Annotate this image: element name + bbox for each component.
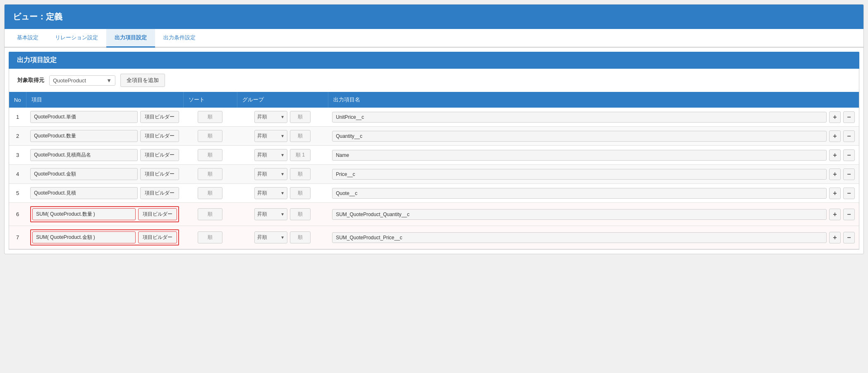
group-order-6[interactable]: 順 — [290, 208, 311, 220]
cell-sort-6: 順 — [183, 203, 237, 226]
output-name-box-5[interactable]: Quote__c — [332, 188, 827, 199]
output-name-box-1[interactable]: UnitPrice__c — [332, 112, 827, 123]
group-order-7[interactable]: 順 — [290, 231, 311, 243]
builder-button-7[interactable]: 項目ビルダー — [138, 231, 177, 243]
group-select-7[interactable]: 昇順▼ — [254, 231, 287, 243]
output-div-3: Name+− — [332, 149, 855, 161]
cell-no-6: 6 — [9, 203, 26, 226]
output-div-1: UnitPrice__c+− — [332, 111, 855, 123]
builder-button-5[interactable]: 項目ビルダー — [140, 187, 179, 199]
group-order-2[interactable]: 順 — [290, 130, 311, 142]
output-name-box-2[interactable]: Quantity__c — [332, 131, 827, 142]
remove-row-button-5[interactable]: − — [843, 188, 855, 199]
field-box-2: QuoteProduct.数量 — [30, 130, 138, 142]
section-title: 出力項目設定 — [17, 56, 57, 63]
builder-button-4[interactable]: 項目ビルダー — [140, 168, 179, 180]
cell-no-5: 5 — [9, 184, 26, 203]
cell-item-inner-4: QuoteProduct.金額項目ビルダー — [30, 168, 179, 180]
page-wrapper: ビュー：定義 基本設定リレーション設定出力項目設定出力条件設定 出力項目設定 対… — [4, 4, 864, 254]
cell-output-2: Quantity__c+− — [328, 127, 859, 146]
cell-group-2: 昇順▼順 — [237, 127, 328, 146]
sort-box-4[interactable]: 順 — [198, 168, 222, 180]
tab-output-items[interactable]: 出力項目設定 — [106, 29, 155, 48]
cell-sort-4: 順 — [183, 165, 237, 184]
table-body: 1QuoteProduct.単価項目ビルダー順昇順▼順UnitPrice__c+… — [9, 108, 859, 249]
tab-basic[interactable]: 基本設定 — [9, 29, 47, 48]
tab-output-conditions[interactable]: 出力条件設定 — [155, 29, 204, 48]
group-order-1[interactable]: 順 — [290, 111, 311, 123]
group-value-3: 昇順 — [257, 152, 267, 159]
chevron-down-icon: ▼ — [280, 235, 285, 240]
add-row-button-1[interactable]: + — [829, 111, 841, 123]
add-row-button-4[interactable]: + — [829, 168, 841, 180]
output-name-box-7[interactable]: SUM_QuoteProduct_Price__c — [332, 232, 827, 243]
output-div-7: SUM_QuoteProduct_Price__c+− — [332, 232, 855, 243]
target-select[interactable]: QuoteProduct ▼ — [49, 75, 115, 86]
add-row-button-7[interactable]: + — [829, 232, 841, 243]
cell-no-7: 7 — [9, 226, 26, 249]
remove-row-button-6[interactable]: − — [843, 209, 855, 220]
add-row-button-2[interactable]: + — [829, 130, 841, 142]
table-row: 2QuoteProduct.数量項目ビルダー順昇順▼順Quantity__c+− — [9, 127, 859, 146]
add-row-button-6[interactable]: + — [829, 209, 841, 220]
remove-row-button-2[interactable]: − — [843, 130, 855, 142]
group-select-3[interactable]: 昇順▼ — [254, 149, 287, 161]
remove-row-button-1[interactable]: − — [843, 111, 855, 123]
output-div-2: Quantity__c+− — [332, 130, 855, 142]
sort-box-2[interactable]: 順 — [198, 130, 222, 142]
group-order-3[interactable]: 順 1 — [290, 149, 311, 161]
group-select-6[interactable]: 昇順▼ — [254, 208, 287, 220]
group-order-4[interactable]: 順 — [290, 168, 311, 180]
builder-button-2[interactable]: 項目ビルダー — [140, 130, 179, 142]
tab-relation[interactable]: リレーション設定 — [47, 29, 106, 48]
group-div-1: 昇順▼順 — [241, 111, 324, 123]
group-order-5[interactable]: 順 — [290, 187, 311, 199]
add-all-button[interactable]: 全項目を追加 — [120, 74, 165, 87]
cell-output-4: Price__c+− — [328, 165, 859, 184]
output-name-box-4[interactable]: Price__c — [332, 169, 827, 180]
builder-button-3[interactable]: 項目ビルダー — [140, 149, 179, 161]
field-box-4: QuoteProduct.金額 — [30, 168, 138, 180]
chevron-down-icon: ▼ — [280, 212, 285, 217]
group-value-1: 昇順 — [257, 113, 267, 120]
remove-row-button-4[interactable]: − — [843, 168, 855, 180]
table-row: 1QuoteProduct.単価項目ビルダー順昇順▼順UnitPrice__c+… — [9, 108, 859, 127]
table-row: 6SUM( QuoteProduct.数量 )項目ビルダー順昇順▼順SUM_Qu… — [9, 203, 859, 226]
remove-row-button-7[interactable]: − — [843, 232, 855, 243]
group-div-2: 昇順▼順 — [241, 130, 324, 142]
output-name-box-6[interactable]: SUM_QuoteProduct_Quantity__c — [332, 209, 827, 220]
sort-box-3[interactable]: 順 — [198, 149, 222, 161]
group-select-4[interactable]: 昇順▼ — [254, 168, 287, 180]
page-title: ビュー：定義 — [13, 12, 62, 21]
output-div-6: SUM_QuoteProduct_Quantity__c+− — [332, 209, 855, 220]
cell-no-1: 1 — [9, 108, 26, 127]
group-value-2: 昇順 — [257, 132, 267, 140]
group-div-3: 昇順▼順 1 — [241, 149, 324, 161]
cell-item-inner-2: QuoteProduct.数量項目ビルダー — [30, 130, 179, 142]
group-div-4: 昇順▼順 — [241, 168, 324, 180]
cell-group-5: 昇順▼順 — [237, 184, 328, 203]
group-div-5: 昇順▼順 — [241, 187, 324, 199]
cell-sort-3: 順 — [183, 146, 237, 165]
output-name-box-3[interactable]: Name — [332, 150, 827, 161]
add-row-button-5[interactable]: + — [829, 188, 841, 199]
cell-sort-2: 順 — [183, 127, 237, 146]
target-row: 対象取得元 QuoteProduct ▼ 全項目を追加 — [9, 69, 859, 92]
builder-button-1[interactable]: 項目ビルダー — [140, 111, 179, 123]
sort-box-6[interactable]: 順 — [198, 208, 222, 220]
add-row-button-3[interactable]: + — [829, 149, 841, 161]
chevron-down-icon: ▼ — [280, 191, 285, 195]
group-select-1[interactable]: 昇順▼ — [254, 111, 287, 123]
table-row: 3QuoteProduct.見積商品名項目ビルダー順昇順▼順 1Name+− — [9, 146, 859, 165]
group-select-5[interactable]: 昇順▼ — [254, 187, 287, 199]
sort-box-5[interactable]: 順 — [198, 187, 222, 199]
group-select-2[interactable]: 昇順▼ — [254, 130, 287, 142]
sort-box-7[interactable]: 順 — [198, 231, 222, 243]
group-value-4: 昇順 — [257, 171, 267, 178]
page-header: ビュー：定義 — [5, 5, 863, 29]
group-div-7: 昇順▼順 — [241, 231, 324, 243]
table-row: 7SUM( QuoteProduct.金額 )項目ビルダー順昇順▼順SUM_Qu… — [9, 226, 859, 249]
builder-button-6[interactable]: 項目ビルダー — [138, 208, 177, 220]
sort-box-1[interactable]: 順 — [198, 111, 222, 123]
remove-row-button-3[interactable]: − — [843, 149, 855, 161]
